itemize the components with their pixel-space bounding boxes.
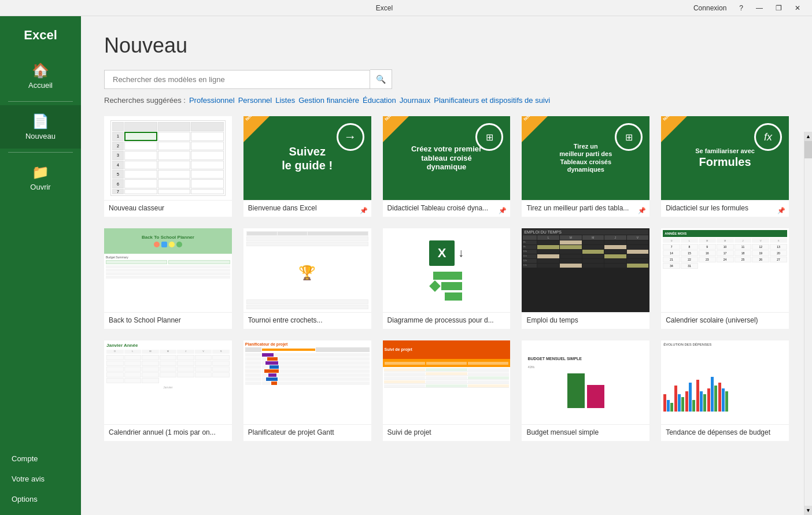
arrow-circle-icon: → — [337, 123, 364, 151]
main-content: Nouveau 🔍 Recherches suggérées : Profess… — [81, 16, 812, 515]
minimize-button[interactable]: — — [750, 3, 769, 13]
scrollbar-thumb[interactable] — [804, 141, 812, 158]
sidebar-item-accueil[interactable]: 🏠 Accueil — [0, 54, 81, 98]
template-bienvenue[interactable]: Nouveau → Suivezle guide ! Bienvenue dan… — [243, 116, 371, 217]
suggested-tag-professionnel[interactable]: Professionnel — [189, 96, 235, 105]
thumb-emploi-temps: EMPLOI DU TEMPS L M M J V 8h — [522, 228, 649, 312]
label-diagramme: Diagramme de processus pour d... — [383, 312, 511, 329]
suggested-tag-education[interactable]: Éducation — [363, 96, 396, 105]
template-diagramme[interactable]: X ↓ Diagramme de processus pour d... — [383, 228, 511, 329]
pivot-icon: ⊞ — [475, 123, 503, 151]
suggested-tag-personnel[interactable]: Personnel — [238, 96, 272, 105]
blank-workbook-preview: 1 2 3 4 5 — [110, 120, 226, 196]
template-formules[interactable]: Nouveau fx Se familiariser avecFormules … — [661, 116, 789, 217]
thumb-tournoi: 🏆 — [243, 228, 371, 312]
thumb-tendance: ÉVOLUTION DES DÉPENSES — [661, 340, 789, 424]
label-back-to-school: Back to School Planner — [104, 312, 232, 329]
thumb-nouveau-classeur: 1 2 3 4 5 — [104, 116, 232, 200]
template-nouveau-classeur[interactable]: 1 2 3 4 5 — [104, 116, 232, 217]
scroll-up-button[interactable]: ▲ — [804, 132, 812, 141]
suggested-label: Recherches suggérées : — [104, 96, 186, 105]
suggested-tag-gestion[interactable]: Gestion financière — [298, 96, 359, 105]
thumb-calendrier-annuel: Janvier Année D L M M J V S — [104, 340, 232, 424]
template-suivi-projet[interactable]: Suivi de projet — [383, 340, 511, 441]
thumb-back-to-school: Back To School Planner Budget Summary — [104, 228, 232, 312]
sidebar-item-ouvrir[interactable]: 📁 Ouvrir — [0, 156, 81, 199]
templates-grid: 1 2 3 4 5 — [104, 116, 789, 441]
label-tournoi: Tournoi entre crochets... — [243, 312, 371, 329]
search-container: 🔍 — [104, 69, 789, 89]
search-input[interactable] — [104, 70, 370, 89]
label-tendance: Tendance de dépenses de budget — [661, 424, 789, 441]
label-formules: Didacticiel sur les formules 📌 — [661, 200, 789, 217]
template-tableau-croise[interactable]: Nouveau ⊞ Créez votre premiertableau cro… — [383, 116, 511, 217]
sidebar-app-title: Excel — [24, 22, 57, 54]
suggested-tag-planificateurs[interactable]: Planificateurs et dispositifs de suivi — [434, 96, 550, 105]
scrollbar-track[interactable]: ▲ ▼ — [804, 132, 812, 515]
label-tableau-croise: Didacticiel Tableau croisé dyna... 📌 — [383, 200, 511, 217]
template-gantt[interactable]: Planificateur de projet — [243, 340, 371, 441]
thumb-tableau-croise: Nouveau ⊞ Créez votre premiertableau cro… — [383, 116, 511, 200]
sidebar-label-ouvrir: Ouvrir — [30, 183, 50, 191]
close-button[interactable]: ✕ — [789, 3, 806, 13]
thumb-calendrier-scolaire: ANNÉE MOIS D L M M J V S 7 8 9 — [661, 228, 789, 312]
suggested-tag-listes[interactable]: Listes — [275, 96, 295, 105]
sidebar-label-accueil: Accueil — [28, 81, 53, 90]
pin-icon-3: 📌 — [638, 207, 646, 214]
thumb-suivi-projet: Suivi de projet — [383, 340, 511, 424]
label-calendrier-scolaire: Calendrier scolaire (universel) — [661, 312, 789, 329]
thumb-gantt: Planificateur de projet — [243, 340, 371, 424]
help-button[interactable]: ? — [733, 3, 749, 13]
label-emploi-temps: Emploi du temps — [522, 312, 649, 329]
sidebar-item-compte[interactable]: Compte — [0, 449, 81, 469]
suggested-row: Recherches suggérées : Professionnel Per… — [104, 96, 789, 105]
label-nouveau-classeur: Nouveau classeur — [104, 200, 232, 217]
home-icon: 🏠 — [32, 62, 49, 79]
meilleur-text: Tirez unmeilleur parti desTableaux crois… — [559, 143, 612, 173]
titlebar-title: Excel — [81, 4, 688, 12]
scroll-down-button[interactable]: ▼ — [804, 506, 812, 515]
template-tournoi[interactable]: 🏆 Tournoi entre crochets... — [243, 228, 371, 329]
tableau-text: Créez votre premiertableau croisédynamiq… — [411, 145, 482, 172]
pin-icon-2: 📌 — [499, 207, 507, 214]
title-bar: Excel Connexion ? — ❐ ✕ — [0, 0, 812, 16]
label-gantt: Planificateur de projet Gantt — [243, 424, 371, 441]
thumb-formules: Nouveau fx Se familiariser avecFormules — [661, 116, 789, 200]
page-title: Nouveau — [104, 34, 789, 58]
template-back-to-school[interactable]: Back To School Planner Budget Summary — [104, 228, 232, 329]
maximize-button[interactable]: ❐ — [770, 3, 788, 13]
thumb-bienvenue: Nouveau → Suivezle guide ! — [243, 116, 371, 200]
sidebar-item-avis[interactable]: Votre avis — [0, 469, 81, 489]
pin-icon-4: 📌 — [777, 207, 785, 214]
pivot2-icon: ⊞ — [615, 123, 643, 151]
open-icon: 📁 — [32, 164, 49, 180]
formules-text: Se familiariser avecFormules — [695, 147, 755, 169]
sidebar-item-options[interactable]: Options — [0, 489, 81, 509]
search-button[interactable]: 🔍 — [370, 69, 392, 89]
sidebar-item-nouveau[interactable]: 📄 Nouveau — [0, 105, 81, 149]
connexion-button[interactable]: Connexion — [688, 3, 732, 13]
sidebar-bottom: Compte Votre avis Options — [0, 449, 81, 515]
thumb-meilleur-parti: Nouveau ⊞ Tirez unmeilleur parti desTabl… — [522, 116, 649, 200]
thumb-budget: BUDGET MENSUEL SIMPLE 43% — [522, 340, 649, 424]
label-calendrier-annuel: Calendrier annuel (1 mois par on... — [104, 424, 232, 441]
template-calendrier-scolaire[interactable]: ANNÉE MOIS D L M M J V S 7 8 9 — [661, 228, 789, 329]
template-tendance[interactable]: ÉVOLUTION DES DÉPENSES — [661, 340, 789, 441]
sidebar-label-nouveau: Nouveau — [25, 132, 56, 140]
label-meilleur-parti: Tirez un meilleur parti des tabla... 📌 — [522, 200, 649, 217]
label-suivi-projet: Suivi de projet — [383, 424, 511, 441]
sidebar: Excel 🏠 Accueil 📄 Nouveau 📁 Ouvrir Compt… — [0, 16, 81, 515]
template-meilleur-parti[interactable]: Nouveau ⊞ Tirez unmeilleur parti desTabl… — [522, 116, 649, 217]
fx-icon: fx — [754, 123, 782, 151]
label-bienvenue: Bienvenue dans Excel 📌 — [243, 200, 371, 217]
thumb-diagramme: X ↓ — [383, 228, 511, 312]
suggested-tag-journaux[interactable]: Journaux — [400, 96, 430, 105]
pin-icon: 📌 — [360, 207, 368, 214]
new-icon: 📄 — [32, 113, 49, 129]
template-calendrier-annuel[interactable]: Janvier Année D L M M J V S — [104, 340, 232, 441]
template-budget[interactable]: BUDGET MENSUEL SIMPLE 43% Budget mensuel… — [522, 340, 649, 441]
template-emploi-temps[interactable]: EMPLOI DU TEMPS L M M J V 8h — [522, 228, 649, 329]
label-budget: Budget mensuel simple — [522, 424, 649, 441]
bienvenue-text: Suivezle guide ! — [282, 145, 333, 172]
